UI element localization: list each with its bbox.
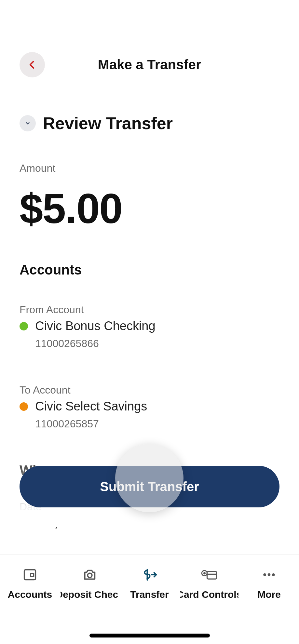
camera-icon <box>81 566 98 583</box>
submit-transfer-button[interactable]: Submit Transfer <box>20 466 279 507</box>
tab-card-controls[interactable]: Card Controls <box>180 566 238 644</box>
amount-value: $5.00 <box>20 174 279 230</box>
collapse-toggle[interactable] <box>20 115 36 131</box>
from-account-row: From Account Civic Bonus Checking 110002… <box>20 278 279 350</box>
chevron-left-icon <box>27 60 37 70</box>
accounts-heading: Accounts <box>20 230 279 278</box>
tab-label: More <box>257 589 281 600</box>
chevron-down-icon <box>25 120 31 126</box>
svg-point-10 <box>263 573 266 576</box>
tab-label: Transfer <box>130 589 169 600</box>
wallet-icon <box>21 566 38 583</box>
from-account-label: From Account <box>20 304 279 316</box>
tab-bar: Accounts Deposit Check Transfer Card Con… <box>0 555 299 644</box>
header: Make a Transfer <box>0 0 299 94</box>
dollar-transfer-icon <box>141 566 158 583</box>
tab-deposit-check[interactable]: Deposit Check <box>61 566 119 644</box>
more-icon <box>261 566 278 583</box>
svg-rect-5 <box>207 571 217 579</box>
to-account-number: 11000265857 <box>20 413 279 430</box>
tab-label: Card Controls <box>180 589 238 600</box>
amount-label: Amount <box>20 162 279 174</box>
date-value: Jul 30, 2024 <box>20 513 279 530</box>
svg-point-12 <box>272 573 275 576</box>
to-account-label: To Account <box>20 384 279 396</box>
tab-label: Accounts <box>8 589 52 600</box>
svg-point-2 <box>88 573 92 577</box>
card-controls-icon <box>201 566 218 583</box>
amount-block: Amount $5.00 <box>20 133 279 230</box>
from-account-name: Civic Bonus Checking <box>35 319 156 333</box>
to-account-color-dot <box>20 402 28 411</box>
home-indicator[interactable] <box>89 634 210 637</box>
review-heading: Review Transfer <box>43 114 173 133</box>
tab-label: Deposit Check <box>61 589 119 600</box>
back-button[interactable] <box>20 52 45 77</box>
tab-transfer[interactable]: Transfer <box>120 566 179 644</box>
review-section-header[interactable]: Review Transfer <box>20 94 279 133</box>
from-account-color-dot <box>20 322 28 330</box>
submit-wrap: Submit Transfer <box>20 466 279 507</box>
svg-rect-1 <box>31 573 34 577</box>
svg-point-11 <box>268 573 271 576</box>
tab-more[interactable]: More <box>240 566 298 644</box>
tab-accounts[interactable]: Accounts <box>1 566 59 644</box>
to-account-row: To Account Civic Select Savings 11000265… <box>20 366 279 430</box>
to-account-name: Civic Select Savings <box>35 399 147 413</box>
submit-label: Submit Transfer <box>100 479 199 494</box>
from-account-number: 11000265866 <box>20 333 279 350</box>
